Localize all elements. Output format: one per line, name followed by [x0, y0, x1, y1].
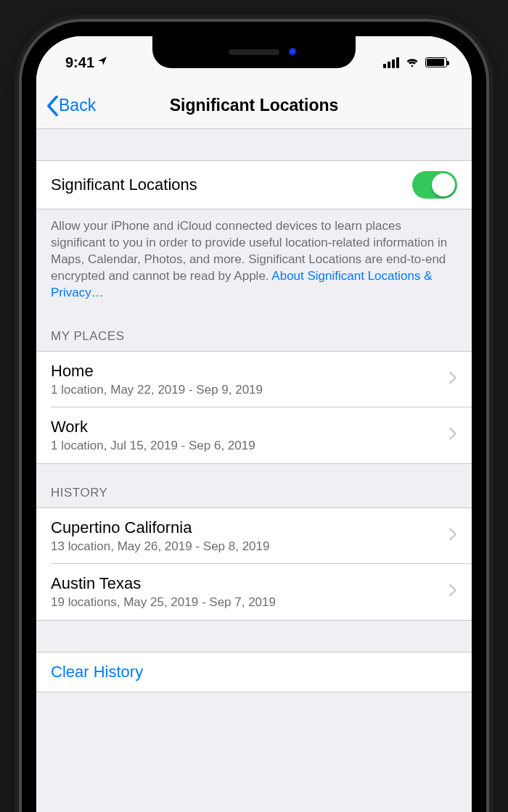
section-gap: [36, 692, 472, 724]
row-title: Cupertino California: [51, 518, 269, 537]
earpiece-speaker: [229, 49, 279, 55]
toggle-label: Significant Locations: [51, 175, 197, 194]
row-title: Austin Texas: [51, 574, 276, 593]
battery-icon: [425, 57, 447, 67]
section-header-my-places: MY PLACES: [36, 307, 472, 352]
chevron-right-icon: [448, 584, 457, 600]
front-camera: [289, 48, 298, 57]
section-header-history: HISTORY: [36, 464, 472, 508]
significant-locations-switch[interactable]: [412, 171, 457, 199]
section-gap: [36, 621, 472, 652]
status-time: 9:41: [65, 54, 94, 71]
nav-bar: Back Significant Locations: [36, 83, 472, 129]
cellular-signal-icon: [383, 57, 399, 68]
row-title: Work: [51, 418, 255, 436]
clear-history-label: Clear History: [51, 663, 143, 682]
wifi-icon: [405, 54, 419, 71]
description-text: Allow your iPhone and iCloud connected d…: [36, 210, 472, 307]
page-title: Significant Locations: [170, 96, 339, 115]
notch: [152, 36, 356, 68]
place-row-work[interactable]: Work 1 location, Jul 15, 2019 - Sep 6, 2…: [36, 407, 472, 464]
location-services-icon: [97, 56, 107, 69]
row-subtitle: 1 location, May 22, 2019 - Sep 9, 2019: [51, 383, 263, 397]
switch-knob: [432, 173, 455, 196]
chevron-right-icon: [448, 427, 457, 443]
phone-frame: 9:41: [22, 22, 486, 812]
back-label: Back: [59, 96, 96, 115]
history-row-austin[interactable]: Austin Texas 19 locations, May 25, 2019 …: [36, 564, 472, 621]
section-gap: [36, 129, 472, 161]
row-subtitle: 13 location, May 26, 2019 - Sep 8, 2019: [51, 539, 269, 554]
significant-locations-toggle-cell[interactable]: Significant Locations: [36, 161, 472, 210]
row-subtitle: 1 location, Jul 15, 2019 - Sep 6, 2019: [51, 439, 255, 453]
row-subtitle: 19 locations, May 25, 2019 - Sep 7, 2019: [51, 595, 276, 610]
back-button[interactable]: Back: [46, 96, 96, 116]
chevron-right-icon: [448, 371, 457, 387]
history-row-cupertino[interactable]: Cupertino California 13 location, May 26…: [36, 508, 472, 564]
screen: 9:41: [36, 36, 472, 812]
content: Significant Locations Allow your iPhone …: [36, 129, 472, 724]
clear-history-button[interactable]: Clear History: [36, 652, 472, 692]
chevron-right-icon: [448, 528, 457, 544]
row-title: Home: [51, 362, 263, 381]
place-row-home[interactable]: Home 1 location, May 22, 2019 - Sep 9, 2…: [36, 352, 472, 407]
chevron-left-icon: [46, 96, 59, 116]
